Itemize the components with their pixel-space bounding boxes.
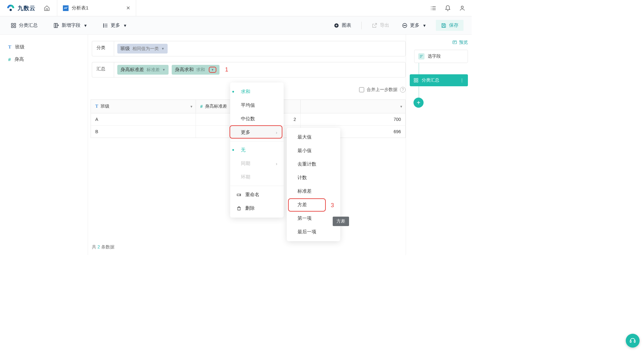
add-field-button[interactable]: 新增字段 ▾ <box>51 20 89 30</box>
annotation-1: 1 <box>225 66 228 73</box>
menu-item-ring-period: 环期 <box>230 170 284 184</box>
svg-rect-8 <box>11 23 13 25</box>
aggregate-chip-zone[interactable]: 身高标准差 标准差 ▼ 身高求和 求和 ▼ 1 <box>114 62 406 77</box>
help-icon[interactable]: ? <box>400 87 406 93</box>
step-group-summary[interactable]: 分类汇总 ⋮ <box>410 74 468 86</box>
agg-chip-stddev[interactable]: 身高标准差 标准差 ▼ <box>117 65 169 75</box>
menu-item-none[interactable]: 无 <box>230 143 284 157</box>
group-config-row: 分类 班级 相同值为一类 ▼ <box>92 41 406 56</box>
save-button[interactable]: 保存 <box>436 20 464 31</box>
menu-item-last[interactable]: 最后一项 <box>287 225 340 239</box>
group-summary-button[interactable]: 分类汇总 <box>8 20 40 30</box>
svg-rect-38 <box>414 81 416 82</box>
more-icon[interactable]: ⋮ <box>460 78 464 83</box>
more-button[interactable]: 更多 ▾ <box>100 20 129 30</box>
add-step-button[interactable]: + <box>414 98 424 108</box>
menu-item-min[interactable]: 最小值 <box>287 144 340 157</box>
svg-rect-37 <box>416 78 418 80</box>
menu-item-median[interactable]: 中位数 <box>230 112 284 126</box>
more-circle-icon <box>402 23 408 28</box>
annotation-3: 3 <box>331 202 334 209</box>
preview-icon <box>452 40 457 45</box>
svg-point-0 <box>10 9 12 11</box>
svg-rect-9 <box>14 23 16 25</box>
tab-close-button[interactable]: ✕ <box>126 5 130 11</box>
home-icon <box>44 5 50 11</box>
add-column-icon <box>53 23 59 28</box>
brand-logo[interactable]: 九数云 <box>6 4 36 13</box>
chart-button[interactable]: 图表 <box>331 20 354 30</box>
rename-icon <box>236 192 242 197</box>
export-button[interactable]: 导出 <box>369 20 392 30</box>
svg-rect-29 <box>443 26 445 27</box>
svg-point-7 <box>461 6 464 8</box>
brand-icon <box>6 4 15 13</box>
preview-button[interactable]: 预览 <box>410 40 468 45</box>
menu-item-max[interactable]: 最大值 <box>287 130 340 144</box>
field-item-height[interactable]: # 身高 <box>7 53 81 65</box>
column-header-class[interactable]: T 班级 ▼ <box>91 100 196 113</box>
user-icon[interactable] <box>459 5 465 11</box>
cell: 700 <box>301 113 405 125</box>
menu-item-rename[interactable]: 重命名 <box>230 188 284 202</box>
group-chip-zone[interactable]: 班级 相同值为一类 ▼ <box>114 41 406 56</box>
text-type-icon: T <box>95 104 98 109</box>
step-select-fields[interactable]: 选字段 <box>414 50 468 63</box>
group-label: 分类 <box>92 41 114 56</box>
menu-item-more[interactable]: 更多› <box>230 126 284 139</box>
svg-rect-11 <box>14 26 16 27</box>
number-type-icon: # <box>200 104 203 109</box>
merge-label: 合并上一步数据 <box>367 87 397 93</box>
number-type-icon: # <box>8 57 11 62</box>
menu-item-avg[interactable]: 平均值 <box>230 99 284 112</box>
menu-item-sum[interactable]: 求和 <box>230 85 284 99</box>
column-header-3[interactable]: ▼ <box>301 100 405 113</box>
home-button[interactable] <box>41 3 53 14</box>
plus-circle-icon <box>334 23 339 28</box>
svg-rect-12 <box>54 23 56 28</box>
more2-button[interactable]: 更多 ▾ <box>399 20 428 30</box>
svg-point-18 <box>103 25 104 26</box>
svg-point-26 <box>403 25 404 26</box>
caret-down-icon: ▾ <box>124 23 126 28</box>
aggregate-type-menu: 求和 平均值 中位数 更多› 无 同期› 环期 重命名 删除 <box>230 82 284 218</box>
caret-down-highlighted[interactable]: ▼ <box>209 67 216 73</box>
caret-down-icon: ▾ <box>423 23 426 28</box>
aggregate-config-row: 汇总 身高标准差 标准差 ▼ 身高求和 求和 ▼ 1 <box>92 62 406 77</box>
menu-item-delete[interactable]: 删除 <box>230 202 284 215</box>
group-icon <box>414 78 419 83</box>
document-tab[interactable]: 分析表1 ✕ <box>57 0 136 16</box>
menu-item-distinct-count[interactable]: 去重计数 <box>287 157 340 171</box>
toolbar: 分类汇总 新增字段 ▾ 更多 ▾ 图表 导出 更多 ▾ 保存 <box>0 16 472 35</box>
export-icon <box>372 23 377 28</box>
menu-item-first[interactable]: 第一项 <box>287 212 340 225</box>
caret-down-icon[interactable]: ▼ <box>400 105 403 108</box>
svg-rect-39 <box>416 81 418 82</box>
caret-down-icon[interactable]: ▼ <box>162 68 165 71</box>
group-chip-class[interactable]: 班级 相同值为一类 ▼ <box>117 44 168 54</box>
svg-rect-13 <box>56 23 58 28</box>
svg-rect-40 <box>237 194 240 196</box>
aggregate-label: 汇总 <box>92 62 114 77</box>
svg-rect-10 <box>11 26 13 27</box>
caret-down-icon[interactable]: ▼ <box>190 105 193 108</box>
app-header: 九数云 分析表1 ✕ <box>0 0 472 16</box>
task-list-icon[interactable] <box>430 5 436 11</box>
steps-panel: 预览 选字段 分类汇总 ⋮ + <box>406 35 472 255</box>
cell: B <box>91 126 196 138</box>
trash-icon <box>236 206 242 211</box>
analysis-icon <box>63 5 69 11</box>
svg-point-20 <box>103 26 104 27</box>
menu-item-stddev[interactable]: 标准差 <box>287 185 340 198</box>
cell: A <box>91 113 196 125</box>
svg-point-27 <box>404 25 405 26</box>
caret-down-icon[interactable]: ▼ <box>161 47 164 50</box>
field-item-class[interactable]: T 班级 <box>7 41 81 53</box>
notification-icon[interactable] <box>445 5 451 11</box>
merge-checkbox[interactable] <box>359 87 364 92</box>
agg-chip-sum[interactable]: 身高求和 求和 ▼ <box>172 65 219 75</box>
menu-item-count[interactable]: 计数 <box>287 171 340 185</box>
select-fields-icon <box>418 53 425 60</box>
caret-down-icon: ▾ <box>84 23 87 28</box>
chevron-right-icon: › <box>276 130 277 135</box>
